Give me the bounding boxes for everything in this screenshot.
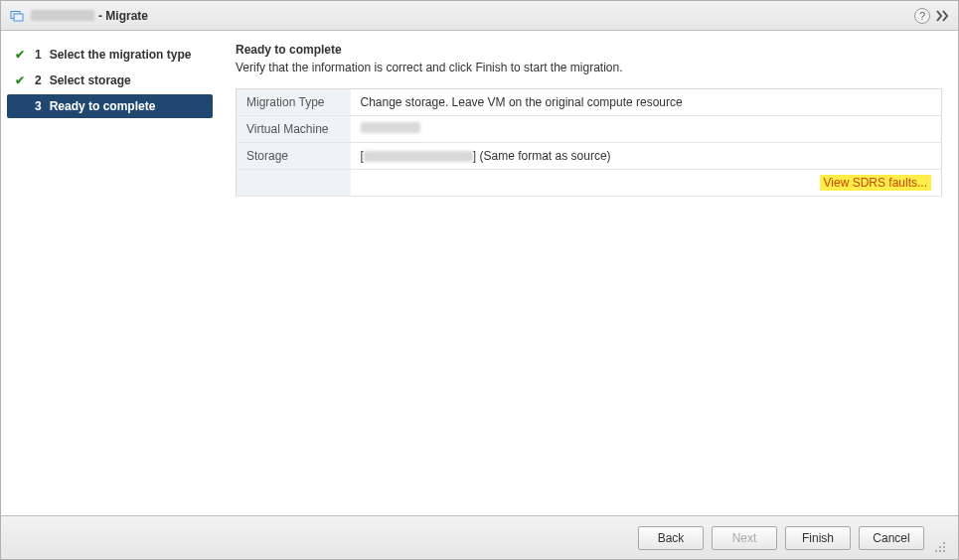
wizard-footer: Back Next Finish Cancel (1, 515, 958, 559)
resize-grip-icon[interactable] (934, 541, 946, 556)
svg-point-2 (943, 542, 945, 544)
check-icon: ✔ (13, 73, 27, 87)
finish-button[interactable]: Finish (785, 526, 851, 550)
wizard-steps-sidebar: ✔ 1 Select the migration type ✔ 2 Select… (1, 31, 220, 515)
page-subtitle: Verify that the information is correct a… (236, 61, 942, 74)
svg-point-7 (943, 550, 945, 552)
step-number: 3 (35, 99, 42, 113)
check-icon: ✔ (13, 48, 27, 62)
svg-rect-1 (14, 14, 23, 21)
help-icon[interactable]: ? (914, 8, 930, 24)
window-title: - Migrate (31, 9, 148, 23)
redacted-hostname (31, 10, 94, 21)
row-sdrs: View SDRS faults... (237, 170, 942, 197)
page-heading: Ready to complete (236, 43, 942, 57)
wizard-body: ✔ 1 Select the migration type ✔ 2 Select… (1, 31, 958, 515)
cell-key: Storage (237, 143, 351, 170)
cell-value: [] (Same format as source) (351, 143, 942, 170)
svg-point-4 (943, 546, 945, 548)
step-ready-to-complete[interactable]: 3 Ready to complete (7, 94, 213, 118)
cell-key: Migration Type (237, 89, 351, 116)
cell-value: Change storage. Leave VM on the original… (351, 89, 942, 116)
view-sdrs-faults-link[interactable]: View SDRS faults... (820, 175, 931, 191)
cell-value (351, 116, 942, 143)
expand-icon[interactable] (936, 10, 950, 22)
step-label: Select storage (50, 73, 131, 87)
step-select-storage[interactable]: ✔ 2 Select storage (7, 69, 213, 92)
step-number: 2 (35, 73, 42, 87)
summary-table: Migration Type Change storage. Leave VM … (236, 88, 942, 197)
step-label: Select the migration type (50, 48, 192, 62)
step-number: 1 (35, 48, 42, 62)
cancel-button[interactable]: Cancel (859, 526, 924, 550)
step-select-migration-type[interactable]: ✔ 1 Select the migration type (7, 43, 213, 67)
wizard-main-panel: Ready to complete Verify that the inform… (220, 31, 958, 515)
cell-key-empty (237, 170, 351, 197)
back-button[interactable]: Back (638, 526, 704, 550)
row-storage: Storage [] (Same format as source) (237, 143, 942, 170)
row-migration-type: Migration Type Change storage. Leave VM … (237, 89, 942, 116)
cell-sdrs: View SDRS faults... (351, 170, 942, 197)
title-suffix: - Migrate (98, 9, 148, 23)
cell-key: Virtual Machine (237, 116, 351, 143)
svg-point-3 (939, 546, 941, 548)
step-label: Ready to complete (50, 99, 156, 113)
next-button: Next (712, 526, 777, 550)
vm-icon (9, 8, 25, 24)
svg-point-6 (939, 550, 941, 552)
svg-point-5 (935, 550, 937, 552)
redacted-datastore (364, 151, 473, 162)
storage-suffix: ] (Same format as source) (473, 149, 611, 163)
titlebar: - Migrate ? (1, 1, 958, 31)
row-virtual-machine: Virtual Machine (237, 116, 942, 143)
redacted-vm-name (361, 122, 420, 133)
